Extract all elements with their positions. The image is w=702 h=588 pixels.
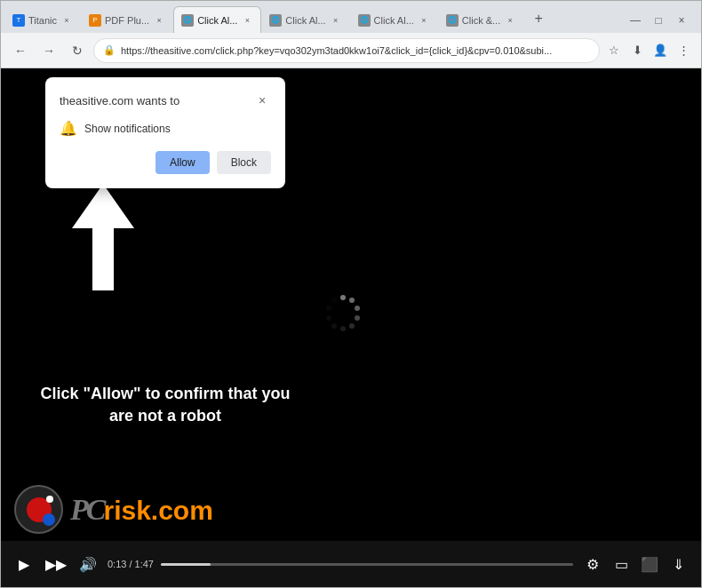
minimize-button[interactable]: — <box>626 12 644 29</box>
tab-label-1: Titanic <box>28 15 57 26</box>
theater-button[interactable]: ▭ <box>609 552 634 576</box>
tab-favicon-5: 🌐 <box>358 14 371 27</box>
tab-click-amp-6[interactable]: 🌐 Click &... × <box>438 6 524 33</box>
tab-close-3[interactable]: × <box>241 14 253 27</box>
tab-bar: T Titanic × P PDF Plu... × 🌐 Click Al...… <box>1 1 701 33</box>
forward-button[interactable]: → <box>36 38 61 63</box>
popup-title: theasitive.com wants to <box>60 94 179 107</box>
popup-close-button[interactable]: × <box>253 91 271 109</box>
tab-favicon-4: 🌐 <box>269 14 282 27</box>
tab-close-2[interactable]: × <box>153 14 165 27</box>
new-tab-button[interactable]: + <box>526 6 551 31</box>
svg-point-2 <box>355 306 360 311</box>
tab-favicon-1: T <box>12 14 25 27</box>
time-display: 0:13 / 1:47 <box>108 559 154 569</box>
tab-close-1[interactable]: × <box>60 14 73 27</box>
pcrisk-circle-icon <box>14 485 63 534</box>
svg-point-7 <box>326 315 331 321</box>
pcrisk-logo: PC risk.com <box>14 485 213 534</box>
loading-spinner <box>321 290 365 335</box>
popup-buttons: Allow Block <box>60 151 271 174</box>
svg-point-1 <box>349 298 355 303</box>
tab-label-4: Click Al... <box>285 15 325 26</box>
settings-button[interactable]: ⚙ <box>580 552 605 576</box>
tab-click-al-3[interactable]: 🌐 Click Al... × <box>173 6 261 33</box>
tab-titanic[interactable]: T Titanic × <box>4 6 81 33</box>
spinner-container <box>321 290 365 338</box>
volume-button[interactable]: 🔊 <box>76 552 100 576</box>
block-button[interactable]: Block <box>217 151 271 174</box>
svg-point-6 <box>331 323 337 329</box>
svg-point-0 <box>340 295 346 300</box>
close-button[interactable]: × <box>673 12 690 29</box>
tab-label-3: Click Al... <box>197 15 237 26</box>
main-instruction-text: Click "Allow" to confirm that you are no… <box>28 383 303 427</box>
right-controls: ⚙ ▭ ⬛ ⇓ <box>580 552 690 576</box>
svg-point-4 <box>349 323 355 329</box>
bookmark-button[interactable]: ☆ <box>603 40 625 61</box>
arrow-up-icon <box>72 184 134 228</box>
tab-close-5[interactable]: × <box>418 14 430 27</box>
tab-bar-inner: T Titanic × P PDF Plu... × 🌐 Click Al...… <box>4 6 626 33</box>
tab-click-al-5[interactable]: 🌐 Click Al... × <box>350 6 438 33</box>
content-area: theasitive.com wants to × 🔔 Show notific… <box>1 68 701 587</box>
tab-close-4[interactable]: × <box>330 14 342 27</box>
tab-click-al-4[interactable]: 🌐 Click Al... × <box>261 6 349 33</box>
tab-favicon-6: 🌐 <box>446 14 459 27</box>
pc-text: PC <box>70 493 103 527</box>
download-video-button[interactable]: ⇓ <box>666 552 690 576</box>
back-button[interactable]: ← <box>8 38 33 63</box>
notification-popup: theasitive.com wants to × 🔔 Show notific… <box>45 77 285 188</box>
allow-button[interactable]: Allow <box>156 151 210 174</box>
popup-header: theasitive.com wants to × <box>60 91 271 109</box>
address-text: https://theasitive.com/click.php?key=vqo… <box>121 45 590 56</box>
play-button[interactable]: ▶ <box>12 552 36 576</box>
arrow-container <box>72 184 134 290</box>
tab-favicon-3: 🌐 <box>181 14 194 27</box>
address-bar-row: ← → ↻ 🔒 https://theasitive.com/click.php… <box>1 33 701 68</box>
download-button[interactable]: ⬇ <box>626 40 648 61</box>
svg-point-9 <box>331 298 337 303</box>
tab-favicon-2: P <box>89 14 101 27</box>
tab-pdf[interactable]: P PDF Plu... × <box>81 6 173 33</box>
svg-point-8 <box>326 306 331 311</box>
maximize-button[interactable]: □ <box>650 12 667 29</box>
progress-bar[interactable] <box>161 563 573 566</box>
reload-button[interactable]: ↻ <box>65 38 90 63</box>
progress-bar-fill <box>161 563 211 566</box>
video-controls: ▶ ▶▶ 🔊 0:13 / 1:47 ⚙ ▭ ⬛ ⇓ <box>1 541 701 587</box>
tab-label-5: Click Al... <box>374 15 414 26</box>
tab-label-2: PDF Plu... <box>105 15 149 26</box>
lock-icon: 🔒 <box>103 44 116 56</box>
profile-button[interactable]: 👤 <box>650 40 671 61</box>
address-bar[interactable]: 🔒 https://theasitive.com/click.php?key=v… <box>93 38 600 63</box>
next-button[interactable]: ▶▶ <box>44 552 68 576</box>
menu-button[interactable]: ⋮ <box>673 40 694 61</box>
fullscreen-button[interactable]: ⬛ <box>637 552 662 576</box>
address-bar-actions: ☆ ⬇ 👤 ⋮ <box>603 40 694 61</box>
popup-notification-label: Show notifications <box>84 123 171 135</box>
arrow-shaft <box>92 228 114 290</box>
window-controls: — □ × <box>626 12 698 33</box>
browser-window: T Titanic × P PDF Plu... × 🌐 Click Al...… <box>0 0 702 588</box>
bell-icon: 🔔 <box>60 120 77 137</box>
tab-label-6: Click &... <box>462 15 500 26</box>
svg-point-3 <box>355 315 360 321</box>
tab-close-6[interactable]: × <box>504 14 516 27</box>
svg-point-5 <box>340 326 346 331</box>
pcrisk-text: PC risk.com <box>70 493 213 527</box>
popup-notification-row: 🔔 Show notifications <box>60 120 271 137</box>
risk-com-text: risk.com <box>103 496 212 526</box>
